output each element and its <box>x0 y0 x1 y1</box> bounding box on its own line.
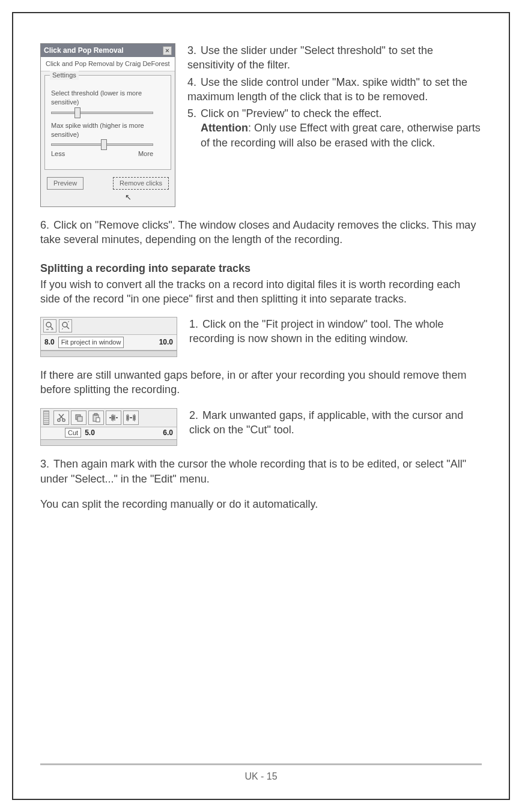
step-5: 5.Click on "Preview" to check the effect… <box>187 106 482 150</box>
threshold-slider[interactable] <box>51 112 153 114</box>
svg-line-8 <box>59 414 64 419</box>
spikewidth-slider-thumb[interactable] <box>101 139 107 150</box>
svg-rect-14 <box>96 418 100 422</box>
settings-groupbox: Settings Select threshold (lower is more… <box>44 75 171 170</box>
slider-min-label: Less <box>51 149 65 158</box>
silence-icon[interactable] <box>123 411 139 425</box>
track-strip <box>41 350 177 356</box>
fit-project-tooltip: Fit project in window <box>58 337 124 348</box>
closing-paragraph: You can split the recording manually or … <box>40 497 482 511</box>
split-step-3: 3.Then again mark with the cursor the wh… <box>40 457 482 486</box>
threshold-slider-thumb[interactable] <box>74 107 80 118</box>
trim-icon[interactable] <box>106 411 121 425</box>
ruler-label-right: 10.0 <box>159 337 173 347</box>
settings-legend: Settings <box>50 71 79 80</box>
ruler-label-mid: 5.0 <box>85 428 95 438</box>
ruler-label-right-cut: 6.0 <box>163 428 173 438</box>
svg-rect-11 <box>77 417 82 421</box>
ruler-label-left: 8.0 <box>44 337 55 347</box>
page-border: Click and Pop Removal × Click and Pop Re… <box>12 12 510 800</box>
copy-icon[interactable] <box>71 411 86 425</box>
preview-button[interactable]: Preview <box>47 177 83 190</box>
track-strip-cut <box>41 439 177 445</box>
dialog-subtitle: Click and Pop Removal by Craig DeForest <box>41 57 175 71</box>
split-step-2: 2.Mark unwanted gaps, if applicable, wit… <box>189 408 482 438</box>
click-pop-dialog: Click and Pop Removal × Click and Pop Re… <box>40 43 175 207</box>
dialog-titlebar: Click and Pop Removal × <box>41 44 175 57</box>
svg-line-5 <box>67 326 69 329</box>
threshold-slider-label: Select threshold (lower is more sensitiv… <box>51 89 165 107</box>
svg-line-9 <box>59 414 63 419</box>
spikewidth-slider[interactable] <box>51 143 153 146</box>
step-4: 4.Use the slide control under "Max. spik… <box>187 75 482 104</box>
paste-icon[interactable] <box>88 411 104 425</box>
timeline-ruler-cut: Cut 5.0 6.0 <box>41 427 177 440</box>
cursor-icon: ↖ <box>125 192 259 203</box>
gap-paragraph: If there are still unwanted gaps before,… <box>40 368 482 397</box>
svg-point-7 <box>62 418 65 421</box>
step-6: 6.Click on "Remove clicks". The window c… <box>40 218 482 247</box>
close-icon[interactable]: × <box>163 46 172 55</box>
fit-project-toolbar: 8.0 Fit project in window 10.0 <box>40 317 177 357</box>
page-content: Click and Pop Removal × Click and Pop Re… <box>40 43 482 511</box>
timeline-ruler: 8.0 Fit project in window 10.0 <box>41 335 177 350</box>
svg-rect-13 <box>94 414 97 415</box>
zoom-icon[interactable] <box>43 319 56 332</box>
cut-toolbar: Cut 5.0 6.0 <box>40 408 177 447</box>
attention-bold: Attention <box>201 122 248 134</box>
svg-point-6 <box>58 418 60 421</box>
cut-tooltip: Cut <box>65 428 81 438</box>
page-footer: UK - 15 <box>40 763 482 782</box>
section-splitting-title: Splitting a recording into separate trac… <box>40 261 482 275</box>
fit-project-icon[interactable] <box>59 319 72 332</box>
step-3: 3.Use the slider under "Select threshold… <box>187 43 482 73</box>
cut-icon[interactable] <box>53 411 69 425</box>
svg-line-1 <box>50 326 53 329</box>
svg-point-0 <box>46 322 51 327</box>
slider-max-label: More <box>138 149 153 158</box>
spikewidth-slider-label: Max spike width (higher is more sensitiv… <box>51 121 165 139</box>
split-step-1: 1.Click on the "Fit project in window" t… <box>189 317 482 346</box>
svg-point-4 <box>62 322 67 327</box>
dialog-title: Click and Pop Removal <box>44 46 124 55</box>
section-splitting-intro: If you wish to convert all the tracks on… <box>40 277 482 307</box>
remove-clicks-button[interactable]: Remove clicks <box>113 177 169 190</box>
toolbar-drag-handle[interactable] <box>43 411 49 425</box>
